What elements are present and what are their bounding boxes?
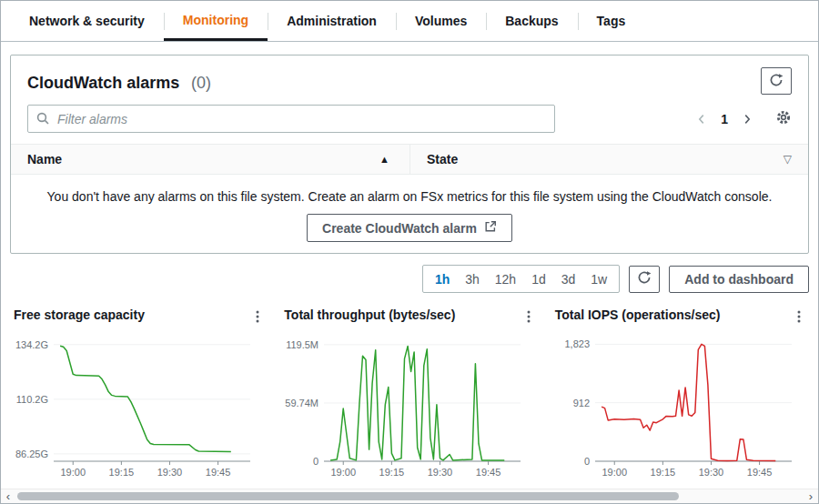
- svg-text:1,823: 1,823: [564, 338, 590, 349]
- chart-menu-button[interactable]: [521, 307, 537, 328]
- chart-title: Total IOPS (operations/sec): [555, 307, 721, 322]
- column-label-state: State: [427, 152, 458, 166]
- chart-title: Total throughput (bytes/sec): [284, 307, 455, 322]
- filter-alarms-input[interactable]: [27, 105, 555, 133]
- external-link-icon: [484, 220, 497, 236]
- panel-title-group: CloudWatch alarms (0): [27, 68, 211, 94]
- line-chart-canvas: 134.2G110.2G86.25G19:0019:1519:3019:45: [10, 330, 268, 487]
- svg-text:0: 0: [584, 456, 590, 467]
- range-3d[interactable]: 3d: [561, 272, 576, 287]
- tab-network-security[interactable]: Network & security: [10, 1, 164, 41]
- fsx-monitoring-page: Network & security Monitoring Administra…: [0, 0, 819, 504]
- svg-text:19:45: 19:45: [206, 467, 231, 478]
- tab-volumes[interactable]: Volumes: [396, 1, 486, 41]
- column-header-state[interactable]: State ▽: [410, 145, 808, 174]
- svg-text:119.5M: 119.5M: [286, 339, 318, 350]
- svg-text:19:30: 19:30: [698, 467, 723, 478]
- sort-none-icon: ▽: [784, 153, 792, 166]
- svg-text:134.2G: 134.2G: [15, 339, 48, 350]
- tab-tags[interactable]: Tags: [578, 1, 645, 41]
- svg-text:19:15: 19:15: [650, 467, 675, 478]
- tab-backups[interactable]: Backups: [486, 1, 577, 41]
- tab-monitoring[interactable]: Monitoring: [164, 1, 268, 41]
- svg-text:19:30: 19:30: [157, 467, 183, 478]
- svg-text:19:00: 19:00: [602, 467, 627, 478]
- create-alarm-label: Create CloudWatch alarm: [322, 221, 477, 236]
- scroll-left-arrow[interactable]: ‹: [1, 489, 15, 503]
- chart-menu-button[interactable]: [249, 307, 266, 328]
- chart-total-throughput: Total throughput (bytes/sec) 119.5M59.74…: [280, 302, 538, 487]
- chart-title: Free storage capacity: [14, 307, 145, 322]
- pagination: 1: [695, 109, 792, 128]
- chart-free-storage-capacity: Free storage capacity 134.2G110.2G86.25G…: [10, 302, 268, 487]
- svg-text:59.74M: 59.74M: [286, 398, 319, 408]
- tab-administration[interactable]: Administration: [268, 1, 396, 41]
- panel-title: CloudWatch alarms: [27, 74, 179, 92]
- svg-text:0: 0: [313, 456, 318, 467]
- sort-ascending-icon: ▲: [379, 154, 389, 165]
- gear-icon: [775, 109, 792, 128]
- range-1h[interactable]: 1h: [435, 272, 450, 287]
- create-cloudwatch-alarm-button[interactable]: Create CloudWatch alarm: [307, 214, 512, 242]
- kebab-icon: [251, 313, 264, 327]
- svg-text:19:15: 19:15: [109, 467, 135, 478]
- range-3h[interactable]: 3h: [465, 272, 480, 287]
- tab-bar: Network & security Monitoring Administra…: [1, 1, 818, 42]
- refresh-alarms-button[interactable]: [761, 67, 792, 95]
- refresh-icon: [637, 270, 652, 287]
- line-chart-canvas: 1,823912019:0019:1519:3019:45: [551, 330, 809, 487]
- svg-text:110.2G: 110.2G: [16, 394, 48, 405]
- svg-text:19:00: 19:00: [60, 467, 86, 478]
- current-page-number[interactable]: 1: [721, 112, 728, 126]
- svg-text:19:45: 19:45: [746, 467, 772, 478]
- filter-alarms-box: [27, 105, 555, 133]
- horizontal-scrollbar: ‹ ›: [1, 489, 818, 503]
- scrollbar-thumb[interactable]: [17, 492, 679, 500]
- svg-text:19:00: 19:00: [331, 467, 357, 478]
- chart-menu-button[interactable]: [791, 307, 807, 328]
- add-to-dashboard-label: Add to dashboard: [684, 272, 794, 287]
- empty-state-message: You don't have any alarms on this file s…: [27, 189, 792, 204]
- previous-page-button[interactable]: [695, 113, 708, 126]
- column-header-name[interactable]: Name ▲: [11, 145, 410, 174]
- svg-text:86.25G: 86.25G: [15, 449, 48, 459]
- kebab-icon: [522, 313, 535, 327]
- cloudwatch-alarms-panel: CloudWatch alarms (0) 1: [10, 55, 809, 254]
- refresh-metrics-button[interactable]: [629, 266, 660, 293]
- next-page-button[interactable]: [741, 113, 753, 126]
- metrics-charts-row: Free storage capacity 134.2G110.2G86.25G…: [10, 302, 809, 487]
- range-1d[interactable]: 1d: [531, 272, 546, 287]
- scroll-right-arrow[interactable]: ›: [804, 489, 818, 503]
- scrollbar-track[interactable]: [15, 489, 804, 503]
- svg-text:19:15: 19:15: [379, 467, 405, 478]
- chart-total-iops: Total IOPS (operations/sec) 1,823912019:…: [551, 302, 809, 487]
- search-icon: [35, 111, 50, 129]
- time-range-group: 1h 3h 12h 1d 3d 1w: [422, 265, 620, 293]
- column-label-name: Name: [27, 152, 62, 166]
- kebab-icon: [793, 313, 805, 327]
- svg-text:912: 912: [572, 398, 589, 408]
- line-chart-canvas: 119.5M59.74M019:0019:1519:3019:45: [280, 330, 538, 487]
- alarms-table-header: Name ▲ State ▽: [11, 144, 808, 175]
- svg-text:19:30: 19:30: [428, 467, 453, 478]
- alarm-count: (0): [191, 74, 211, 92]
- preferences-button[interactable]: [775, 109, 792, 128]
- svg-text:19:45: 19:45: [476, 467, 501, 478]
- range-1w[interactable]: 1w: [591, 272, 607, 287]
- metrics-toolbar: 1h 3h 12h 1d 3d 1w Add to dashboard: [10, 265, 809, 293]
- refresh-icon: [769, 73, 784, 90]
- range-12h[interactable]: 12h: [495, 272, 516, 287]
- add-to-dashboard-button[interactable]: Add to dashboard: [669, 266, 809, 293]
